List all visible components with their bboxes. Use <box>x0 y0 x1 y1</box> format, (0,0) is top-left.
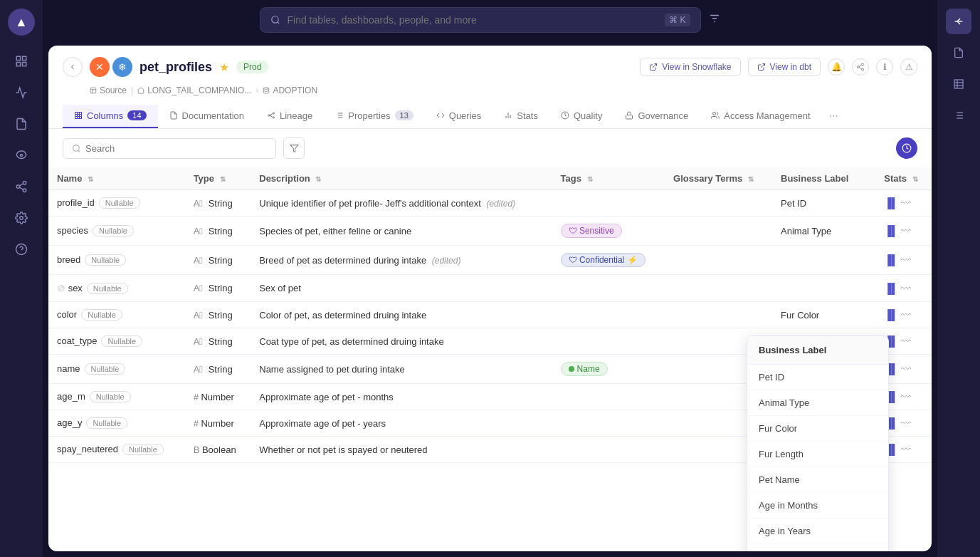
row-type: A⃝ String <box>185 246 251 275</box>
star-icon[interactable]: ★ <box>219 61 229 74</box>
dropdown-item-pet-id[interactable]: Pet ID <box>747 365 888 390</box>
row-description: Coat type of pet, as determined druing i… <box>251 328 552 355</box>
th-name[interactable]: Name ⇅ <box>48 167 185 190</box>
row-description: Approximate age of pet - years <box>251 410 552 437</box>
dropdown-item-fur-length[interactable]: Fur Length <box>747 442 888 467</box>
th-tags[interactable]: Tags ⇅ <box>552 167 665 190</box>
svg-line-50 <box>78 150 80 152</box>
th-type[interactable]: Type ⇅ <box>185 167 251 190</box>
th-description[interactable]: Description ⇅ <box>251 167 552 190</box>
svg-point-22 <box>862 68 864 71</box>
info-icon[interactable]: ℹ <box>876 58 893 76</box>
row-business-label: Pet ID <box>772 190 875 217</box>
env-badge: Prod <box>236 61 268 73</box>
dropdown-item-age-years[interactable]: Age in Years <box>747 519 888 544</box>
svg-point-48 <box>713 113 716 115</box>
share-icon[interactable] <box>852 58 869 76</box>
view-snowflake-button[interactable]: View in Snowflake <box>640 58 740 76</box>
row-name: age_mNullable <box>48 384 185 410</box>
search-filter-button[interactable] <box>708 12 721 28</box>
row-tags <box>552 384 665 410</box>
breadcrumb-schema[interactable]: LONG_TAIL_COMPANIO... <box>137 85 251 95</box>
right-panel-table[interactable] <box>946 71 971 97</box>
svg-point-21 <box>858 66 860 68</box>
tag-name: Name <box>561 362 608 376</box>
row-glossary <box>665 275 772 302</box>
sidebar-item-home[interactable] <box>9 48 34 74</box>
sidebar-logo[interactable]: ▲ <box>8 9 35 36</box>
tabs-row: Columns 14 Documentation Lineage Propert… <box>63 104 917 128</box>
search-icon <box>270 15 280 25</box>
dropdown-item-fur-color[interactable]: Fur Color <box>747 416 888 442</box>
sidebar-item-catalog[interactable] <box>9 111 34 137</box>
tab-columns-label: Columns <box>87 110 123 121</box>
breadcrumb-source[interactable]: Source <box>90 85 127 95</box>
th-stats[interactable]: Stats ⇅ <box>875 167 932 190</box>
dropdown-item-pet-name[interactable]: Pet Name <box>747 467 888 493</box>
bell-icon[interactable]: 🔔 <box>828 58 845 76</box>
row-type: A⃝ String <box>185 217 251 246</box>
back-button[interactable] <box>63 57 83 77</box>
sidebar-item-settings[interactable] <box>9 205 34 231</box>
svg-rect-1 <box>23 56 26 60</box>
sidebar-item-help[interactable] <box>9 236 34 262</box>
svg-rect-25 <box>90 88 96 93</box>
tab-properties-label: Properties <box>348 110 390 121</box>
row-type: A⃝ String <box>185 275 251 302</box>
row-name: coat_typeNullable <box>48 328 185 355</box>
tab-quality[interactable]: Quality <box>549 105 613 128</box>
warning-icon[interactable]: ⚠ <box>900 58 917 76</box>
table-row: ⊘ sexNullable A⃝ String Sex of pet ▐▌〰 <box>48 275 932 302</box>
svg-rect-54 <box>954 80 963 88</box>
row-description: Whether or not pet is spayed or neutered <box>251 437 552 463</box>
column-filter-button[interactable] <box>283 137 305 159</box>
tab-quality-label: Quality <box>574 110 602 121</box>
dropdown-item-animal-type[interactable]: Animal Type <box>747 390 888 416</box>
breadcrumb-db[interactable]: ADOPTION <box>263 85 317 95</box>
global-search-input[interactable] <box>288 14 658 26</box>
tab-documentation[interactable]: Documentation <box>158 105 255 128</box>
row-business-label <box>772 275 875 302</box>
svg-rect-2 <box>16 63 20 66</box>
row-description: Approximate age of pet - months <box>251 384 552 410</box>
row-business-label <box>772 246 875 275</box>
row-name: age_yNullable <box>48 410 185 437</box>
th-business-label[interactable]: Business Label <box>772 167 875 190</box>
tab-properties[interactable]: Properties 13 <box>324 105 425 128</box>
main-content: ⌘ K ✕ ❄ pet_profiles ★ Prod <box>43 0 937 557</box>
view-dbt-button[interactable]: View in dbt <box>748 58 821 76</box>
sidebar-item-analytics[interactable] <box>9 80 34 105</box>
row-stats: ▐▌〰 <box>875 302 932 328</box>
row-stats: ▐▌〰 <box>875 246 932 275</box>
right-panel-list[interactable] <box>946 103 971 128</box>
row-type: # Number <box>185 410 251 437</box>
row-glossary <box>665 190 772 217</box>
dropdown-item-age-months[interactable]: Age in Months <box>747 493 888 519</box>
table-area: Name ⇅ Type ⇅ Description ⇅ Tags ⇅ Gloss… <box>48 129 932 551</box>
global-search-bar[interactable]: ⌘ K <box>260 7 701 33</box>
time-travel-button[interactable] <box>896 137 917 159</box>
tab-stats[interactable]: Stats <box>492 105 549 128</box>
logo-icon: ▲ <box>15 15 28 30</box>
tab-queries[interactable]: Queries <box>425 105 493 128</box>
tab-more-button[interactable]: ··· <box>822 104 845 128</box>
th-glossary[interactable]: Glossary Terms ⇅ <box>665 167 772 190</box>
column-search-box[interactable] <box>63 138 276 159</box>
tab-columns[interactable]: Columns 14 <box>63 105 158 128</box>
tab-access-management[interactable]: Access Management <box>700 105 821 128</box>
right-panel-collapse[interactable] <box>946 9 971 34</box>
tab-lineage[interactable]: Lineage <box>255 105 324 128</box>
row-stats: ▐▌〰 <box>875 217 932 246</box>
tab-governance[interactable]: Governance <box>613 105 700 128</box>
sidebar-item-lineage[interactable] <box>9 174 34 199</box>
svg-line-19 <box>761 64 765 68</box>
svg-point-6 <box>16 185 20 189</box>
right-panel-docs[interactable] <box>946 40 971 66</box>
svg-point-13 <box>271 16 278 23</box>
sidebar-item-observe[interactable] <box>9 142 34 168</box>
logo-orange: ✕ <box>90 57 110 77</box>
view-dbt-label: View in dbt <box>770 62 811 72</box>
column-search-input[interactable] <box>85 143 267 154</box>
business-label-dropdown: Business Label Pet ID Animal Type Fur Co… <box>747 335 889 551</box>
dropdown-item-sterilization-status[interactable]: Sterilization Status <box>747 544 888 551</box>
